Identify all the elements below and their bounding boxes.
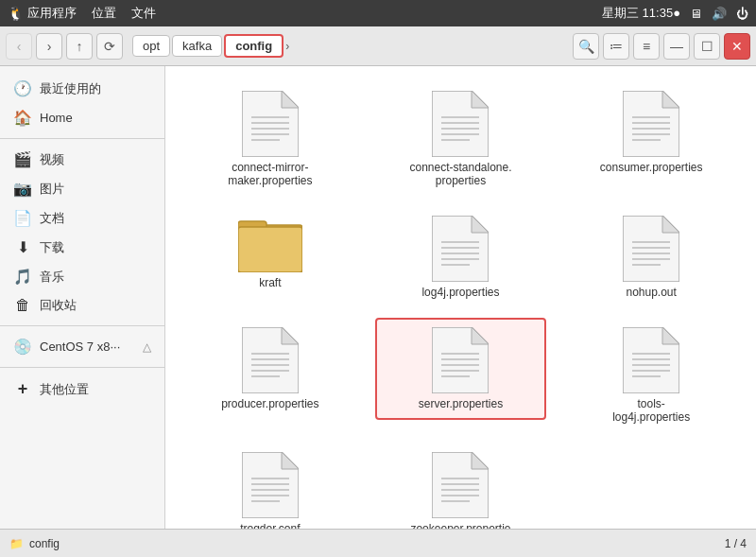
sidebar-item-music[interactable]: 🎵 音乐 (0, 262, 164, 291)
network-icon: 🖥 (690, 7, 702, 21)
file-server-properties[interactable]: server.properties (375, 318, 547, 420)
status-folder-name: config (29, 537, 60, 550)
view-grid-button[interactable]: ≡ (633, 33, 660, 60)
file-label: zookeeper.properties (408, 522, 512, 529)
file-label: tools-log4j.properties (599, 397, 703, 424)
sidebar-divider-1 (0, 138, 164, 139)
file-kraft[interactable]: kraft (184, 206, 356, 299)
camera-icon: 📷 (13, 180, 32, 198)
doc-icon (242, 327, 299, 393)
back-button[interactable]: ‹ (6, 33, 32, 60)
doc-icon (432, 452, 489, 518)
up-button[interactable]: ↑ (66, 33, 93, 60)
content-area: connect-mirror-maker.properties connect (165, 66, 756, 529)
sidebar-item-recent[interactable]: 🕐 最近使用的 (0, 74, 164, 103)
file-log4j[interactable]: log4j.properties (375, 206, 547, 308)
power-icon[interactable]: ⏻ (736, 7, 748, 21)
maximize-button[interactable]: ☐ (694, 33, 720, 60)
view-list-button[interactable]: ≔ (603, 33, 629, 60)
video-icon: 🎬 (13, 150, 32, 168)
breadcrumb-bar: opt kafka config › (132, 34, 563, 58)
document-icon: 📄 (13, 209, 32, 227)
svg-rect-23 (238, 227, 302, 272)
sidebar-item-docs[interactable]: 📄 文档 (0, 203, 164, 233)
sidebar-item-downloads[interactable]: ⬇ 下载 (0, 233, 164, 262)
sidebar-item-video[interactable]: 🎬 视频 (0, 145, 164, 174)
svg-marker-67 (472, 452, 489, 469)
file-label: trogdor.conf (240, 522, 300, 529)
history-button[interactable]: ⟳ (96, 33, 123, 60)
file-label: server.properties (419, 397, 503, 410)
file-label: connect-mirror-maker.properties (228, 161, 312, 187)
file-consumer-properties[interactable]: consumer.properties (565, 81, 737, 183)
breadcrumb-config[interactable]: config (224, 34, 284, 58)
forward-button[interactable]: › (36, 33, 62, 60)
svg-marker-39 (282, 327, 299, 344)
music-icon: 🎵 (13, 268, 32, 286)
volume-icon: 🔊 (712, 7, 727, 21)
doc-icon (623, 216, 679, 282)
status-page-info: 1 / 4 (725, 537, 747, 550)
svg-marker-32 (662, 216, 679, 233)
doc-icon (623, 91, 679, 157)
breadcrumb-more[interactable]: › (285, 40, 289, 53)
file-connect-mirror-maker[interactable]: connect-mirror-maker.properties (184, 81, 356, 197)
svg-marker-25 (472, 216, 489, 233)
sidebar-divider-3 (0, 367, 164, 368)
breadcrumb-opt[interactable]: opt (132, 35, 170, 57)
svg-marker-1 (282, 91, 299, 108)
doc-icon (242, 91, 299, 157)
doc-icon (623, 327, 679, 393)
sidebar-item-home[interactable]: 🏠 Home (0, 103, 164, 132)
file-grid: connect-mirror-maker.properties connect (184, 81, 737, 529)
doc-icon (432, 216, 489, 282)
file-zookeeper-properties[interactable]: zookeeper.properties (375, 443, 547, 529)
sidebar-item-photos[interactable]: 📷 图片 (0, 174, 164, 203)
app-menu[interactable]: 🐧 应用程序 (8, 5, 77, 22)
clock-icon: 🕐 (13, 79, 32, 97)
close-button[interactable]: ✕ (724, 33, 750, 60)
file-label: nohup.out (626, 286, 676, 299)
doc-icon (432, 91, 489, 157)
drive-icon: 💿 (13, 338, 32, 356)
download-icon: ⬇ (13, 238, 32, 256)
file-producer-properties[interactable]: producer.properties (184, 318, 356, 420)
svg-marker-53 (662, 327, 679, 344)
file-trogdor-conf[interactable]: trogdor.conf (184, 443, 356, 529)
sidebar: 🕐 最近使用的 🏠 Home 🎬 视频 📷 图片 📄 文档 ⬇ 下载 🎵 音乐 (0, 66, 165, 529)
file-label: kraft (259, 276, 281, 289)
folder-icon (238, 216, 302, 272)
file-connect-standalone[interactable]: connect-standalone.properties (375, 81, 547, 197)
svg-marker-15 (662, 91, 679, 108)
svg-marker-8 (472, 91, 489, 108)
file-label: producer.properties (221, 397, 318, 410)
main-layout: 🕐 最近使用的 🏠 Home 🎬 视频 📷 图片 📄 文档 ⬇ 下载 🎵 音乐 (0, 66, 756, 529)
file-menu[interactable]: 文件 (131, 5, 156, 22)
sidebar-item-trash[interactable]: 🗑 回收站 (0, 291, 164, 320)
minimize-button[interactable]: — (663, 33, 690, 60)
doc-icon (242, 452, 299, 518)
status-left: 📁 config (9, 537, 60, 550)
trash-icon: 🗑 (13, 297, 32, 314)
eject-icon[interactable]: △ (143, 340, 151, 354)
svg-marker-46 (472, 327, 489, 344)
toolbar-right: 🔍 ≔ ≡ — ☐ ✕ (573, 33, 750, 60)
menu-bar: 🐧 应用程序 位置 文件 星期三 11:35● 🖥 🔊 ⏻ (0, 0, 756, 26)
breadcrumb-kafka[interactable]: kafka (172, 35, 222, 57)
sidebar-item-centos[interactable]: 💿 CentOS 7 x8··· △ (0, 332, 164, 361)
file-tools-log4j[interactable]: tools-log4j.properties (565, 318, 737, 433)
menu-bar-right: 星期三 11:35● 🖥 🔊 ⏻ (602, 5, 748, 22)
file-nohup-out[interactable]: nohup.out (565, 206, 737, 308)
plus-icon: + (13, 379, 32, 399)
file-label: consumer.properties (600, 161, 703, 174)
doc-icon (432, 327, 489, 393)
sidebar-divider-2 (0, 325, 164, 326)
home-icon: 🏠 (13, 109, 32, 127)
location-menu[interactable]: 位置 (92, 5, 116, 22)
status-bar: 📁 config 1 / 4 (0, 529, 756, 557)
sidebar-item-other[interactable]: + 其他位置 (0, 374, 164, 405)
search-button[interactable]: 🔍 (573, 33, 599, 60)
file-label: log4j.properties (421, 286, 499, 299)
file-label: connect-standalone.properties (409, 161, 511, 187)
toolbar: ‹ › ↑ ⟳ opt kafka config › 🔍 ≔ ≡ — ☐ ✕ (0, 26, 756, 66)
